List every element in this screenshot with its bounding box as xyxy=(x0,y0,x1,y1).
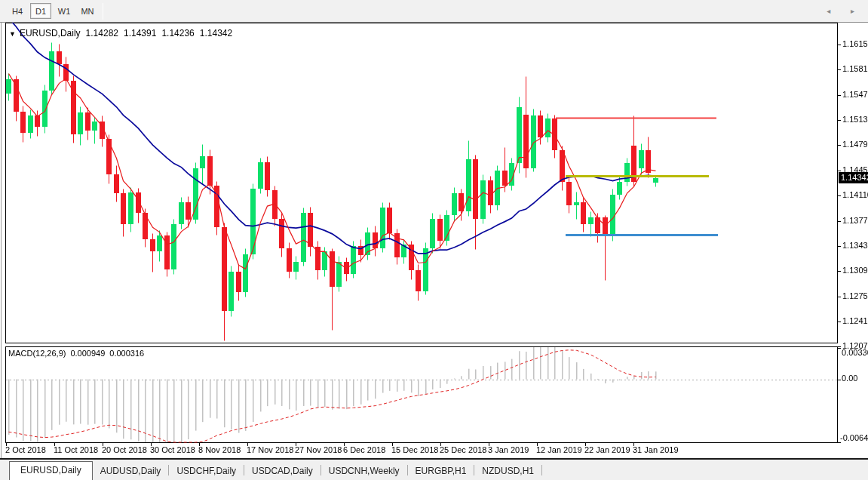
date-axis-label: 22 Jan 2019 xyxy=(584,445,630,454)
ohlc-open: 1.14282 xyxy=(86,28,118,38)
tab-scroll-arrows-icon[interactable]: ◂ ▸ xyxy=(827,7,863,15)
date-axis-label: 8 Nov 2018 xyxy=(198,445,241,454)
tab-nzdusd-h1[interactable]: NZDUSD,H1 xyxy=(474,463,541,480)
price-axis-label: 1.15810 xyxy=(842,64,868,73)
timeframe-button-w1[interactable]: W1 xyxy=(54,3,75,19)
tab-usdcad-daily[interactable]: USDCAD,Daily xyxy=(244,463,321,480)
price-axis-label: 1.16150 xyxy=(842,39,868,48)
date-axis-label: 31 Jan 2019 xyxy=(633,445,679,454)
macd-signal-value: 0.000316 xyxy=(109,349,144,358)
timeframe-toolbar: H4D1W1MN xyxy=(0,0,868,23)
macd-indicator-label: MACD(12,26,9)0.0009490.000316 xyxy=(8,349,149,358)
macd-axis-zero: 0.00 xyxy=(842,374,857,383)
window-left-edge xyxy=(1,23,2,458)
tab-audusd-daily[interactable]: AUDUSD,Daily xyxy=(93,463,169,480)
price-axis-label: 1.14110 xyxy=(842,190,868,199)
timeframe-button-h4[interactable]: H4 xyxy=(7,3,28,19)
date-axis-label: 11 Oct 2018 xyxy=(54,445,98,454)
date-axis-label: 2 Oct 2018 xyxy=(5,445,46,454)
date-axis-label: 27 Nov 2018 xyxy=(295,445,342,454)
current-price-tag: 1.14342 xyxy=(839,172,868,183)
macd-axis-min: -0.00649 xyxy=(840,433,868,442)
symbol-label: EURUSD,Daily xyxy=(20,28,81,38)
tab-separator xyxy=(541,465,542,475)
chart-canvas[interactable] xyxy=(0,23,868,458)
macd-axis-max: 0.003306 xyxy=(842,348,868,357)
timeframe-button-mn[interactable]: MN xyxy=(77,3,98,19)
price-axis-label: 1.12410 xyxy=(842,316,868,325)
price-axis-label: 1.13430 xyxy=(842,241,868,250)
date-axis-label: 12 Jan 2019 xyxy=(536,445,582,454)
macd-main-value: 0.000949 xyxy=(70,349,105,358)
date-axis-label: 15 Dec 2018 xyxy=(391,445,438,454)
price-axis-label: 1.15470 xyxy=(842,90,868,99)
chart-title: ▼EURUSD,Daily1.142821.143911.142361.1434… xyxy=(9,28,232,38)
date-axis-label: 30 Oct 2018 xyxy=(150,445,195,454)
symbol-dropdown-arrow-icon[interactable]: ▼ xyxy=(9,30,16,38)
chart-window: ▼EURUSD,Daily1.142821.143911.142361.1434… xyxy=(0,23,868,458)
date-axis-label: 17 Nov 2018 xyxy=(247,445,293,454)
timeframe-button-d1[interactable]: D1 xyxy=(30,3,51,19)
ohlc-low: 1.14236 xyxy=(161,28,194,38)
tab-usdchf-daily[interactable]: USDCHF,Daily xyxy=(169,463,244,480)
toolbar-separator xyxy=(103,3,103,20)
macd-name: MACD(12,26,9) xyxy=(8,349,66,358)
date-axis-label: 20 Oct 2018 xyxy=(102,445,147,454)
ohlc-high: 1.14391 xyxy=(124,28,156,38)
price-axis-label: 1.12750 xyxy=(842,291,868,300)
price-axis-label: 1.13090 xyxy=(842,266,868,275)
tab-eurgbp-h1[interactable]: EURGBP,H1 xyxy=(408,463,474,480)
price-axis-label: 1.15130 xyxy=(842,115,868,124)
tab-usdcnh-weekly[interactable]: USDCNH,Weekly xyxy=(321,463,407,480)
date-axis-label: 25 Dec 2018 xyxy=(440,445,486,454)
price-axis-label: 1.13770 xyxy=(842,216,868,225)
tab-eurusd-daily[interactable]: EURUSD,Daily xyxy=(9,461,93,480)
symbol-tabbar: EURUSD,DailyAUDUSD,DailyUSDCHF,DailyUSDC… xyxy=(0,458,868,480)
date-axis-label: 3 Jan 2019 xyxy=(488,445,529,454)
date-axis-label: 6 Dec 2018 xyxy=(343,445,385,454)
price-axis-label: 1.14790 xyxy=(842,140,868,149)
ohlc-close: 1.14342 xyxy=(200,28,232,38)
